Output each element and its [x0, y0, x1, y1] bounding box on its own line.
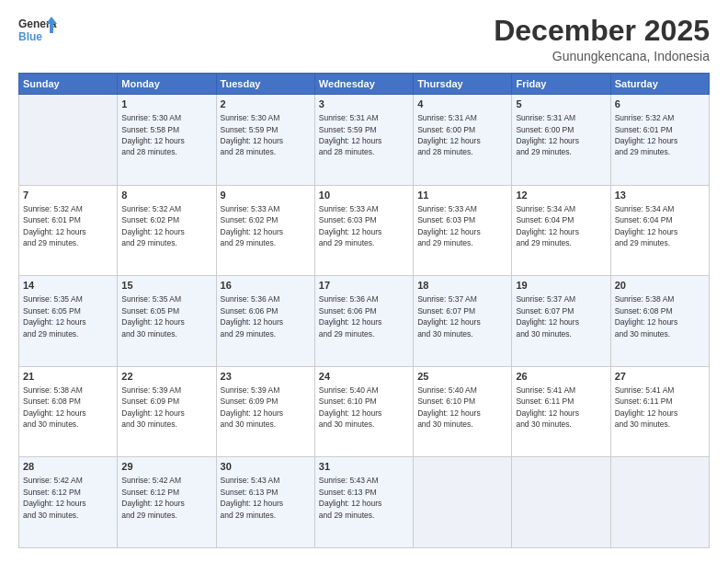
day-number: 16 — [221, 279, 311, 293]
calendar-cell: 8 Sunrise: 5:32 AMSunset: 6:02 PMDayligh… — [118, 185, 216, 276]
day-info: Sunrise: 5:33 AMSunset: 6:03 PMDaylight:… — [417, 204, 481, 247]
day-info: Sunrise: 5:41 AMSunset: 6:11 PMDaylight:… — [615, 385, 678, 429]
day-info: Sunrise: 5:32 AMSunset: 6:01 PMDaylight:… — [23, 204, 86, 247]
day-number: 30 — [221, 460, 311, 474]
calendar-cell: 30 Sunrise: 5:43 AMSunset: 6:13 PMDaylig… — [216, 457, 314, 548]
header: General Blue December 2025 Gunungkencana… — [18, 15, 710, 63]
day-info: Sunrise: 5:37 AMSunset: 6:07 PMDaylight:… — [417, 294, 481, 338]
calendar-cell: 4 Sunrise: 5:31 AMSunset: 6:00 PMDayligh… — [414, 95, 512, 186]
calendar-cell: 9 Sunrise: 5:33 AMSunset: 6:02 PMDayligh… — [216, 185, 314, 276]
day-info: Sunrise: 5:39 AMSunset: 6:09 PMDaylight:… — [221, 385, 284, 429]
calendar-cell: 1 Sunrise: 5:30 AMSunset: 5:58 PMDayligh… — [118, 95, 216, 186]
calendar-cell: 19 Sunrise: 5:37 AMSunset: 6:07 PMDaylig… — [512, 276, 610, 367]
day-number: 8 — [121, 189, 211, 202]
calendar-cell: 16 Sunrise: 5:36 AMSunset: 6:06 PMDaylig… — [216, 276, 314, 367]
calendar-cell — [512, 457, 610, 548]
day-number: 9 — [221, 189, 311, 202]
day-info: Sunrise: 5:41 AMSunset: 6:11 PMDaylight:… — [516, 385, 579, 429]
day-number: 5 — [516, 98, 606, 111]
day-number: 23 — [221, 370, 311, 384]
day-info: Sunrise: 5:42 AMSunset: 6:12 PMDaylight:… — [121, 476, 185, 519]
day-info: Sunrise: 5:33 AMSunset: 6:03 PMDaylight:… — [319, 204, 382, 247]
day-number: 20 — [615, 279, 705, 293]
calendar-cell: 17 Sunrise: 5:36 AMSunset: 6:06 PMDaylig… — [314, 276, 413, 367]
day-number: 29 — [121, 460, 211, 474]
day-info: Sunrise: 5:40 AMSunset: 6:10 PMDaylight:… — [417, 385, 481, 429]
day-info: Sunrise: 5:43 AMSunset: 6:13 PMDaylight:… — [221, 476, 284, 519]
day-number: 22 — [121, 370, 211, 384]
day-info: Sunrise: 5:31 AMSunset: 6:00 PMDaylight:… — [516, 113, 579, 156]
day-number: 31 — [319, 460, 409, 474]
svg-text:Blue: Blue — [18, 30, 42, 43]
day-info: Sunrise: 5:34 AMSunset: 6:04 PMDaylight:… — [516, 204, 579, 247]
day-info: Sunrise: 5:32 AMSunset: 6:01 PMDaylight:… — [615, 113, 678, 156]
calendar-cell: 2 Sunrise: 5:30 AMSunset: 5:59 PMDayligh… — [216, 95, 314, 186]
day-info: Sunrise: 5:35 AMSunset: 6:05 PMDaylight:… — [121, 294, 185, 338]
day-number: 27 — [615, 370, 705, 384]
day-info: Sunrise: 5:33 AMSunset: 6:02 PMDaylight:… — [221, 204, 284, 247]
day-number: 2 — [221, 98, 311, 111]
calendar-cell: 22 Sunrise: 5:39 AMSunset: 6:09 PMDaylig… — [118, 366, 216, 457]
day-info: Sunrise: 5:39 AMSunset: 6:09 PMDaylight:… — [121, 385, 185, 429]
calendar-cell: 14 Sunrise: 5:35 AMSunset: 6:05 PMDaylig… — [19, 276, 118, 367]
logo-svg: General Blue — [18, 15, 57, 48]
subtitle: Gunungkencana, Indonesia — [494, 49, 710, 63]
calendar-cell: 6 Sunrise: 5:32 AMSunset: 6:01 PMDayligh… — [610, 95, 709, 186]
day-number: 14 — [23, 279, 113, 293]
day-info: Sunrise: 5:36 AMSunset: 6:06 PMDaylight:… — [221, 294, 284, 338]
calendar-cell — [19, 95, 118, 186]
calendar-day-header: Saturday — [610, 74, 709, 95]
calendar-cell: 21 Sunrise: 5:38 AMSunset: 6:08 PMDaylig… — [19, 366, 118, 457]
calendar-day-header: Monday — [118, 74, 216, 95]
day-info: Sunrise: 5:31 AMSunset: 6:00 PMDaylight:… — [417, 113, 481, 156]
calendar-week-row: 1 Sunrise: 5:30 AMSunset: 5:58 PMDayligh… — [19, 95, 710, 186]
day-number: 15 — [121, 279, 211, 293]
day-number: 11 — [417, 189, 507, 202]
calendar-week-row: 7 Sunrise: 5:32 AMSunset: 6:01 PMDayligh… — [19, 185, 710, 276]
calendar-cell: 24 Sunrise: 5:40 AMSunset: 6:10 PMDaylig… — [314, 366, 413, 457]
calendar-day-header: Thursday — [414, 74, 512, 95]
calendar-cell: 11 Sunrise: 5:33 AMSunset: 6:03 PMDaylig… — [414, 185, 512, 276]
day-number: 28 — [23, 460, 113, 474]
day-info: Sunrise: 5:43 AMSunset: 6:13 PMDaylight:… — [319, 476, 382, 519]
calendar-cell: 29 Sunrise: 5:42 AMSunset: 6:12 PMDaylig… — [118, 457, 216, 548]
day-number: 10 — [319, 189, 409, 202]
day-info: Sunrise: 5:30 AMSunset: 5:59 PMDaylight:… — [221, 113, 284, 156]
calendar-day-header: Tuesday — [216, 74, 314, 95]
day-number: 18 — [417, 279, 507, 293]
day-number: 25 — [417, 370, 507, 384]
day-number: 26 — [516, 370, 606, 384]
day-number: 6 — [615, 98, 705, 111]
day-info: Sunrise: 5:38 AMSunset: 6:08 PMDaylight:… — [615, 294, 678, 338]
calendar-cell: 23 Sunrise: 5:39 AMSunset: 6:09 PMDaylig… — [216, 366, 314, 457]
calendar-cell: 13 Sunrise: 5:34 AMSunset: 6:04 PMDaylig… — [610, 185, 709, 276]
calendar-cell: 12 Sunrise: 5:34 AMSunset: 6:04 PMDaylig… — [512, 185, 610, 276]
calendar-week-row: 14 Sunrise: 5:35 AMSunset: 6:05 PMDaylig… — [19, 276, 710, 367]
calendar-cell: 3 Sunrise: 5:31 AMSunset: 5:59 PMDayligh… — [314, 95, 413, 186]
day-number: 17 — [319, 279, 409, 293]
calendar-cell: 18 Sunrise: 5:37 AMSunset: 6:07 PMDaylig… — [414, 276, 512, 367]
calendar-cell: 10 Sunrise: 5:33 AMSunset: 6:03 PMDaylig… — [314, 185, 413, 276]
page: General Blue December 2025 Gunungkencana… — [0, 0, 728, 563]
calendar-cell: 20 Sunrise: 5:38 AMSunset: 6:08 PMDaylig… — [610, 276, 709, 367]
day-info: Sunrise: 5:35 AMSunset: 6:05 PMDaylight:… — [23, 294, 86, 338]
day-number: 21 — [23, 370, 113, 384]
day-info: Sunrise: 5:42 AMSunset: 6:12 PMDaylight:… — [23, 476, 86, 519]
calendar-cell — [414, 457, 512, 548]
day-info: Sunrise: 5:36 AMSunset: 6:06 PMDaylight:… — [319, 294, 382, 338]
day-number: 7 — [23, 189, 113, 202]
day-number: 24 — [319, 370, 409, 384]
calendar-table: SundayMondayTuesdayWednesdayThursdayFrid… — [18, 73, 710, 548]
day-number: 4 — [417, 98, 507, 111]
day-number: 3 — [319, 98, 409, 111]
logo: General Blue — [18, 15, 57, 48]
calendar-cell: 31 Sunrise: 5:43 AMSunset: 6:13 PMDaylig… — [314, 457, 413, 548]
day-number: 1 — [121, 98, 211, 111]
calendar-cell: 7 Sunrise: 5:32 AMSunset: 6:01 PMDayligh… — [19, 185, 118, 276]
day-info: Sunrise: 5:30 AMSunset: 5:58 PMDaylight:… — [121, 113, 185, 156]
calendar-cell: 27 Sunrise: 5:41 AMSunset: 6:11 PMDaylig… — [610, 366, 709, 457]
calendar-cell: 15 Sunrise: 5:35 AMSunset: 6:05 PMDaylig… — [118, 276, 216, 367]
calendar-cell — [610, 457, 709, 548]
calendar-week-row: 21 Sunrise: 5:38 AMSunset: 6:08 PMDaylig… — [19, 366, 710, 457]
day-info: Sunrise: 5:37 AMSunset: 6:07 PMDaylight:… — [516, 294, 579, 338]
